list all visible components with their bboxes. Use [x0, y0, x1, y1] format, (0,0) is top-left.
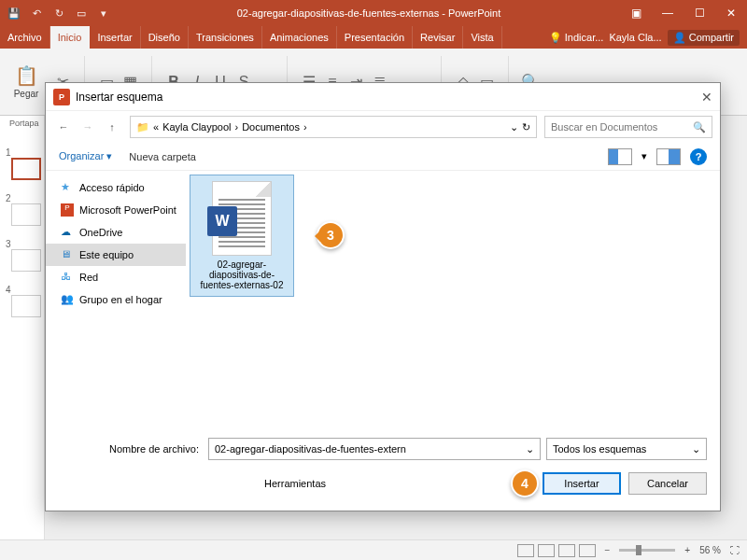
redo-icon[interactable]: ↻ [50, 5, 67, 21]
statusbar: − + 56 % ⛶ [0, 539, 747, 560]
tab-archivo[interactable]: Archivo [0, 26, 50, 49]
search-box[interactable]: 🔍 [544, 116, 712, 138]
callout-3: 3 [317, 221, 345, 249]
breadcrumb-kayla[interactable]: Kayla Claypool [162, 121, 231, 133]
dialog-sidebar: ★Acceso rápido PMicrosoft PowerPoint ☁On… [46, 171, 186, 428]
view-dropdown-icon[interactable]: ▾ [641, 150, 647, 162]
new-folder-button[interactable]: Nueva carpeta [129, 151, 196, 162]
dialog-close-icon[interactable]: ✕ [701, 90, 712, 105]
tab-presentacion[interactable]: Presentación [337, 26, 413, 49]
tab-vista[interactable]: Vista [463, 26, 501, 49]
word-file-icon: W [212, 181, 272, 256]
filename-input[interactable]: 02-agregar-diapositivas-de-fuentes-exter… [208, 438, 541, 460]
slide-thumb-1[interactable]: 1 [4, 147, 40, 180]
titlebar: 💾 ↶ ↻ ▭ ▾ 02-agregar-diapositivas-de-fue… [0, 0, 747, 26]
filename-dropdown-icon[interactable]: ⌄ [526, 443, 534, 455]
dialog-toolbar: Organizar ▾ Nueva carpeta ▾ ? [46, 143, 720, 171]
tools-button[interactable]: Herramientas [264, 478, 326, 489]
search-input[interactable] [551, 121, 693, 133]
tab-transiciones[interactable]: Transiciones [189, 26, 262, 49]
callout-4: 4 [511, 469, 539, 497]
breadcrumb-sep: › [235, 121, 239, 133]
slideshow-view-icon[interactable] [579, 544, 596, 557]
close-icon[interactable]: ✕ [715, 0, 747, 26]
ribbon-tabs: Archivo Inicio Insertar Diseño Transicio… [0, 26, 747, 49]
user-name[interactable]: Kayla Cla... [609, 32, 661, 43]
qat-more-icon[interactable]: ▾ [95, 5, 112, 21]
cloud-icon: ☁ [61, 226, 74, 239]
share-button[interactable]: 👤 Compartir [668, 30, 740, 46]
powerpoint-small-icon: P [61, 203, 74, 217]
sorter-view-icon[interactable] [538, 544, 555, 557]
powerpoint-icon: P [53, 89, 70, 105]
zoom-slider[interactable] [619, 549, 675, 552]
sidebar-item-onedrive[interactable]: ☁OneDrive [46, 221, 186, 244]
tab-inicio[interactable]: Inicio [50, 26, 91, 49]
tab-revisar[interactable]: Revisar [413, 26, 463, 49]
file-item[interactable]: W 02-agregar-diapositivas-de-fuentes-ext… [190, 175, 294, 297]
up-icon[interactable]: ↑ [102, 117, 122, 137]
tab-diseno[interactable]: Diseño [141, 26, 189, 49]
breadcrumb-dropdown-icon[interactable]: ⌄ [510, 121, 518, 133]
ribbon-options-icon[interactable]: ▣ [620, 0, 652, 26]
zoom-out-icon[interactable]: − [605, 545, 611, 555]
window-controls: ▣ — ☐ ✕ [620, 0, 747, 26]
dialog-title-text: Insertar esquema [76, 91, 162, 104]
file-area[interactable]: W 02-agregar-diapositivas-de-fuentes-ext… [186, 171, 720, 428]
sidebar-item-grupo-hogar[interactable]: 👥Grupo en el hogar [46, 288, 186, 311]
dialog-nav: ← → ↑ 📁 « Kayla Claypool › Documentos › … [46, 111, 720, 143]
filetype-dropdown-icon[interactable]: ⌄ [692, 443, 700, 455]
sidebar-item-red[interactable]: 🖧Red [46, 266, 186, 288]
paste-button[interactable]: 📋 Pegar [7, 56, 45, 108]
network-icon: 🖧 [61, 271, 74, 284]
star-icon: ★ [61, 181, 74, 194]
breadcrumb[interactable]: 📁 « Kayla Claypool › Documentos › ⌄ ↻ [130, 116, 537, 138]
dialog-titlebar: P Insertar esquema ✕ [46, 83, 720, 111]
organize-button[interactable]: Organizar ▾ [59, 150, 112, 162]
zoom-in-icon[interactable]: + [684, 545, 690, 555]
refresh-icon[interactable]: ↻ [522, 121, 530, 133]
clipboard-icon: 📋 [15, 64, 38, 87]
sidebar-item-este-equipo[interactable]: 🖥Este equipo [46, 244, 186, 266]
help-icon[interactable]: ? [690, 148, 707, 165]
preview-pane-icon[interactable] [656, 148, 681, 165]
fit-window-icon[interactable]: ⛶ [730, 545, 740, 555]
quick-access-toolbar: 💾 ↶ ↻ ▭ ▾ [0, 5, 118, 21]
view-buttons [517, 544, 596, 557]
file-name-label: 02-agregar-diapositivas-de-fuentes-exter… [196, 259, 288, 290]
dialog-footer: Nombre de archivo: 02-agregar-diapositiv… [46, 428, 720, 511]
save-icon[interactable]: 💾 [6, 5, 22, 21]
tab-animaciones[interactable]: Animaciones [262, 26, 337, 49]
forward-icon[interactable]: → [78, 117, 98, 137]
maximize-icon[interactable]: ☐ [684, 0, 715, 26]
back-icon[interactable]: ← [53, 117, 74, 137]
window-title: 02-agregar-diapositivas-de-fuentes-exter… [118, 7, 620, 19]
insert-outline-dialog: P Insertar esquema ✕ ← → ↑ 📁 « Kayla Cla… [45, 82, 721, 511]
folder-icon: 📁 [136, 121, 149, 133]
tab-insertar[interactable]: Insertar [90, 26, 140, 49]
breadcrumb-sep2: › [303, 121, 307, 133]
minimize-icon[interactable]: — [652, 0, 684, 26]
slide-thumb-2[interactable]: 2 [4, 193, 40, 226]
group-label-portapapeles: Portapa [9, 119, 39, 128]
dialog-body: ★Acceso rápido PMicrosoft PowerPoint ☁On… [46, 171, 720, 428]
slides-panel: 1 2 3 4 [0, 116, 45, 539]
slide-thumb-3[interactable]: 3 [4, 239, 40, 272]
cancel-button[interactable]: Cancelar [628, 472, 707, 495]
start-slideshow-icon[interactable]: ▭ [73, 5, 90, 21]
sidebar-item-powerpoint[interactable]: PMicrosoft PowerPoint [46, 199, 186, 221]
reading-view-icon[interactable] [558, 544, 575, 557]
insert-button[interactable]: Insertar [543, 472, 621, 495]
undo-icon[interactable]: ↶ [28, 5, 45, 21]
search-icon[interactable]: 🔍 [693, 121, 706, 133]
slide-thumb-4[interactable]: 4 [4, 285, 40, 317]
breadcrumb-documentos[interactable]: Documentos [242, 121, 300, 133]
sidebar-item-acceso-rapido[interactable]: ★Acceso rápido [46, 176, 186, 199]
monitor-icon: 🖥 [61, 248, 74, 261]
view-options-icon[interactable] [608, 148, 632, 165]
homegroup-icon: 👥 [61, 293, 74, 306]
filetype-select[interactable]: Todos los esquemas ⌄ [546, 438, 707, 460]
normal-view-icon[interactable] [517, 544, 534, 557]
tell-me[interactable]: 💡 Indicar... [549, 32, 604, 44]
zoom-level[interactable]: 56 % [699, 545, 721, 555]
